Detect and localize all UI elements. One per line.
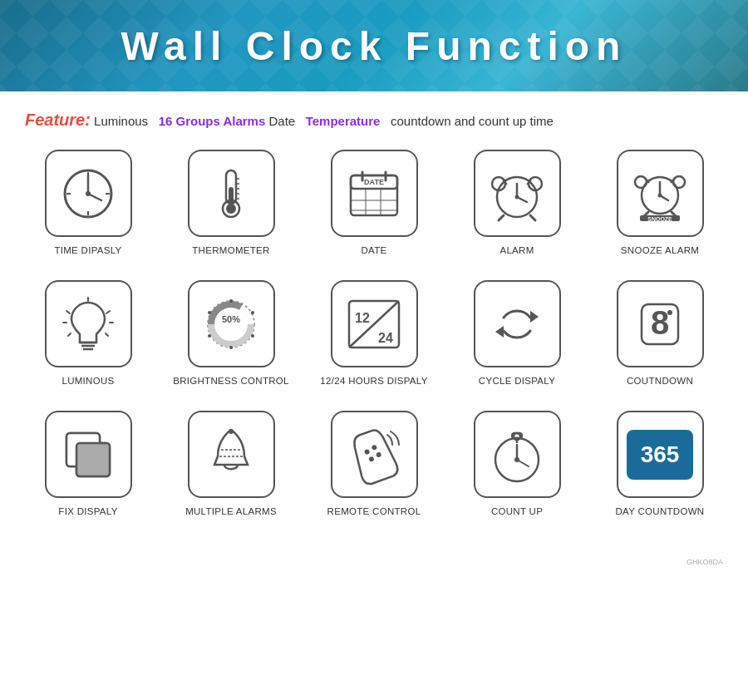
feature-line: Feature: Luminous 16 Groups Alarms Date … [0, 91, 748, 141]
feature-label: Feature: [25, 111, 91, 129]
svg-line-31 [499, 215, 504, 220]
svg-point-87 [368, 456, 375, 462]
svg-text:8: 8 [651, 304, 669, 341]
icon-box-brightness-control: 50% [188, 280, 275, 367]
svg-point-77 [667, 310, 672, 315]
icon-item-thermometer: THERMOMETER [173, 150, 289, 255]
icon-box-thermometer [188, 150, 275, 237]
svg-marker-73 [530, 311, 539, 323]
icon-item-countdown: 8 COUTNDOWN [602, 280, 718, 386]
svg-point-82 [229, 429, 234, 434]
icons-section: TIME DIPASLY [0, 141, 748, 558]
icon-label-1224-hours: 12/24 HOURS DISPALY [320, 376, 427, 386]
icon-label-time-display: TIME DIPASLY [54, 245, 121, 255]
icon-item-alarm: ALARM [459, 150, 575, 255]
svg-marker-74 [495, 326, 504, 338]
svg-text:50%: 50% [222, 314, 240, 324]
icon-box-date: DATE [331, 150, 418, 237]
svg-point-66 [229, 346, 233, 349]
svg-point-86 [371, 444, 377, 451]
icon-item-1224-hours: 12 24 12/24 HOURS DISPALY [316, 280, 432, 386]
icon-item-date: DATE DATE [316, 150, 432, 255]
icon-item-day-countdown: 365 DAY COUNTDOWN [602, 411, 718, 516]
icon-box-remote-control [331, 411, 418, 498]
svg-text:24: 24 [378, 331, 393, 345]
icon-item-remote-control: REMOTE CONTROL [316, 411, 432, 516]
svg-text:SNOOZE: SNOOZE [647, 216, 672, 222]
svg-text:DATE: DATE [364, 178, 384, 186]
icon-label-day-countdown: DAY COUNTDOWN [616, 506, 705, 516]
svg-point-68 [208, 311, 211, 314]
icon-label-count-up: COUNT UP [491, 506, 543, 516]
icons-row-1: TIME DIPASLY [17, 150, 731, 255]
icon-box-luminous [45, 280, 132, 367]
watermark: GHKO8DA [0, 558, 748, 574]
svg-rect-81 [76, 443, 110, 476]
icon-box-multiple-alarms [188, 411, 275, 498]
icon-label-remote-control: REMOTE CONTROL [327, 506, 421, 516]
svg-point-67 [208, 334, 211, 338]
icon-label-countdown: COUTNDOWN [627, 376, 693, 386]
icon-label-brightness-control: BRIGHTNESS CONTROL [173, 376, 289, 386]
icon-item-cycle-display: CYCLE DISPALY [459, 280, 575, 386]
icon-label-alarm: ALARM [499, 245, 534, 255]
icon-label-multiple-alarms: MULTIPLE ALARMS [185, 506, 277, 516]
svg-point-63 [229, 299, 233, 303]
icon-item-brightness-control: 50% BRIGHTNESS CONTROL [173, 280, 289, 386]
icon-box-snooze-alarm: SNOOZE [617, 150, 704, 237]
svg-line-54 [106, 311, 110, 313]
svg-point-85 [364, 448, 371, 455]
icon-item-multiple-alarms: MULTIPLE ALARMS [173, 411, 289, 516]
svg-line-3 [88, 194, 101, 200]
svg-point-40 [658, 193, 662, 197]
feature-text-2: 16 Groups Alarms [159, 114, 266, 128]
svg-point-64 [251, 311, 254, 314]
svg-text:12: 12 [355, 311, 370, 325]
icon-box-count-up [474, 411, 561, 498]
header-banner: Wall Clock Function [0, 0, 748, 91]
svg-point-65 [251, 334, 254, 338]
icon-item-time-display: TIME DIPASLY [30, 150, 146, 255]
icon-label-snooze-alarm: SNOOZE ALARM [621, 245, 699, 255]
feature-text-3: Date [268, 114, 302, 128]
icon-label-fix-display: FIX DISPALY [58, 506, 117, 516]
icon-box-time-display [45, 150, 132, 237]
icon-box-cycle-display [474, 280, 561, 367]
icon-box-day-countdown: 365 [617, 411, 704, 498]
svg-line-32 [530, 215, 535, 220]
svg-point-94 [514, 457, 519, 462]
day-countdown-display: 365 [627, 430, 693, 480]
feature-text-1: Luminous [94, 114, 155, 128]
icon-item-count-up: COUNT UP [459, 411, 575, 516]
icon-item-luminous: LUMINOUS [30, 280, 146, 386]
icons-row-2: LUMINOUS 50% [17, 280, 731, 386]
icon-box-1224-hours: 12 24 [331, 280, 418, 367]
icons-row-3: FIX DISPALY MULTIPLE ALARMS [17, 411, 731, 516]
icon-label-thermometer: THERMOMETER [192, 245, 269, 255]
svg-line-53 [66, 311, 70, 313]
svg-point-30 [515, 195, 519, 199]
icon-label-date: DATE [361, 245, 386, 255]
icon-box-alarm [474, 150, 561, 237]
feature-text-5: countdown and count up time [384, 114, 554, 128]
day-countdown-number: 365 [641, 441, 680, 468]
icon-label-luminous: LUMINOUS [62, 376, 114, 386]
svg-point-11 [226, 204, 236, 214]
svg-line-58 [106, 333, 108, 336]
svg-point-88 [376, 451, 382, 458]
svg-line-57 [68, 333, 71, 336]
feature-text-4: Temperature [306, 114, 381, 128]
icon-box-fix-display [45, 411, 132, 498]
page-title: Wall Clock Function [121, 23, 627, 69]
icon-label-cycle-display: CYCLE DISPALY [479, 376, 555, 386]
icon-item-snooze-alarm: SNOOZE SNOOZE ALARM [602, 150, 718, 255]
icon-box-countdown: 8 [617, 280, 704, 367]
icon-item-fix-display: FIX DISPALY [30, 411, 146, 516]
